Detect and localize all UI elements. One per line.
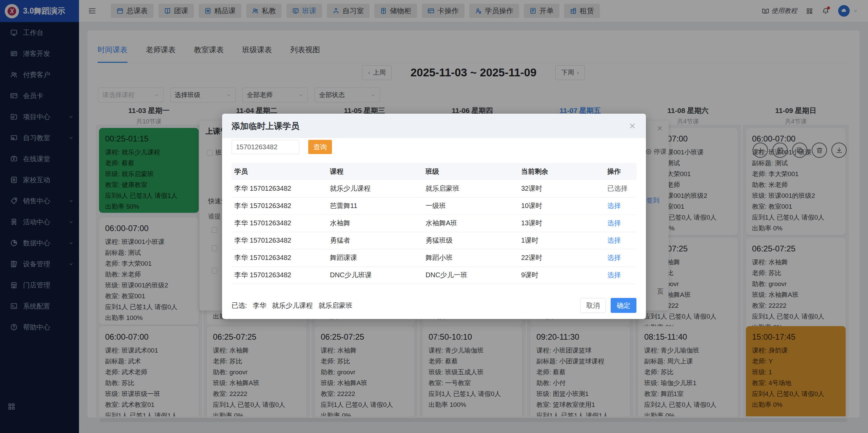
query-button[interactable]: 查询 <box>308 140 332 154</box>
dialog-title: 添加临时上课学员 <box>232 120 299 132</box>
column-header: 操作 <box>605 163 636 180</box>
confirm-button[interactable]: 确定 <box>611 298 636 313</box>
select-link[interactable]: 选择 <box>607 219 621 227</box>
student-cell: 李华 15701263482 <box>232 214 327 232</box>
select-link[interactable]: 选择 <box>607 271 621 279</box>
selected-item: 李华 <box>253 301 267 310</box>
action-cell: 已选择 <box>605 180 636 197</box>
select-link[interactable]: 选择 <box>607 237 621 244</box>
remain-cell: 22课时 <box>518 249 605 266</box>
table-row: 李华 15701263482舞蹈课课舞蹈小班22课时选择 <box>232 249 636 266</box>
search-row: 查询 <box>232 140 332 154</box>
student-cell: 李华 15701263482 <box>232 232 327 249</box>
student-cell: 李华 15701263482 <box>232 249 327 266</box>
selected-summary: 已选: 李华就乐少儿课程就乐启蒙班 <box>232 301 353 310</box>
student-course-table: 学员课程班级当前剩余操作 李华 15701263482就乐少儿课程就乐启蒙班32… <box>232 163 636 284</box>
action-cell: 选择 <box>605 197 636 214</box>
dialog-footer: 已选: 李华就乐少儿课程就乐启蒙班 取消 确定 <box>232 298 636 313</box>
remain-cell: 1课时 <box>518 232 605 249</box>
column-header: 班级 <box>423 163 518 180</box>
remain-cell: 10课时 <box>518 197 605 214</box>
student-cell: 李华 15701263482 <box>232 266 327 284</box>
dialog-header: 添加临时上课学员 <box>222 114 646 138</box>
selected-item: 就乐启蒙班 <box>319 301 353 310</box>
table-row: 李华 15701263482水袖舞水袖舞A班13课时选择 <box>232 214 636 232</box>
table-row: 李华 15701263482芭蕾舞11一级班10课时选择 <box>232 197 636 214</box>
table-header-row: 学员课程班级当前剩余操作 <box>232 163 636 180</box>
action-cell: 选择 <box>605 249 636 266</box>
class-cell: 就乐启蒙班 <box>423 180 518 197</box>
table-row: 李华 15701263482DNC少儿班课DNC少儿一班9课时选择 <box>232 266 636 284</box>
action-cell: 选择 <box>605 232 636 249</box>
student-cell: 李华 15701263482 <box>232 197 327 214</box>
cancel-button[interactable]: 取消 <box>580 298 606 313</box>
student-cell: 李华 15701263482 <box>232 180 327 197</box>
class-cell: DNC少儿一班 <box>423 266 518 284</box>
remain-cell: 9课时 <box>518 266 605 284</box>
add-temp-student-dialog: 添加临时上课学员 查询 学员课程班级当前剩余操作 李华 15701263482就… <box>222 114 646 319</box>
table-row: 李华 15701263482就乐少儿课程就乐启蒙班32课时已选择 <box>232 180 636 197</box>
select-link[interactable]: 选择 <box>607 202 621 209</box>
column-header: 当前剩余 <box>518 163 605 180</box>
select-link[interactable]: 选择 <box>607 254 621 261</box>
table-row: 李华 15701263482勇猛者勇猛班级1课时选择 <box>232 232 636 249</box>
course-cell: 舞蹈课课 <box>327 249 423 266</box>
class-cell: 舞蹈小班 <box>423 249 518 266</box>
course-cell: 水袖舞 <box>327 214 423 232</box>
remain-cell: 32课时 <box>518 180 605 197</box>
remain-cell: 13课时 <box>518 214 605 232</box>
selected-label: 已选择 <box>607 185 628 192</box>
course-cell: 就乐少儿课程 <box>327 180 423 197</box>
class-cell: 一级班 <box>423 197 518 214</box>
action-cell: 选择 <box>605 214 636 232</box>
class-cell: 勇猛班级 <box>423 232 518 249</box>
phone-search-input[interactable] <box>232 140 299 154</box>
course-cell: 勇猛者 <box>327 232 423 249</box>
selected-label: 已选: <box>232 301 247 310</box>
course-cell: DNC少儿班课 <box>327 266 423 284</box>
column-header: 课程 <box>327 163 423 180</box>
column-header: 学员 <box>232 163 327 180</box>
course-cell: 芭蕾舞11 <box>327 197 423 214</box>
selected-item: 就乐少儿课程 <box>272 301 313 310</box>
class-cell: 水袖舞A班 <box>423 214 518 232</box>
close-icon[interactable] <box>628 122 636 130</box>
action-cell: 选择 <box>605 266 636 284</box>
